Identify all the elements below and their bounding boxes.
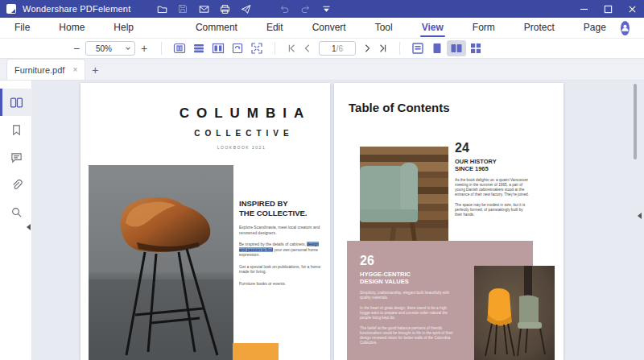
two-page-view-icon[interactable]: [447, 40, 466, 56]
toc-section-heading: HYGGE-CENTRIC DESIGN VALUES: [360, 271, 455, 285]
zoom-in-button[interactable]: +: [135, 40, 153, 56]
zoom-level-value: 50%: [96, 44, 112, 53]
view-toolbar: − 50% + 1/6: [0, 39, 644, 59]
print-icon[interactable]: [214, 2, 235, 16]
app-logo-icon: [6, 4, 16, 14]
right-panel-collapse-arrow[interactable]: [638, 213, 642, 219]
vertical-scrollbar-thumb[interactable]: [634, 84, 637, 159]
email-icon[interactable]: [193, 2, 214, 16]
orange-accent-block: [233, 343, 279, 360]
toc-section-paragraph: Simplicity, craftsmanship, elegant built…: [360, 291, 455, 300]
sidebar-collapse-arrow[interactable]: [27, 224, 31, 230]
intro-heading-line2: THE COLLECTIVE.: [239, 209, 307, 217]
zoom-out-button[interactable]: −: [68, 40, 85, 56]
toc-section-paragraph: The belief at the good balance partners …: [360, 326, 455, 346]
toc-section-number: 24: [455, 141, 529, 155]
search-panel-icon[interactable]: [0, 198, 32, 226]
intro-paragraph: Get a special look on publications, for …: [239, 264, 323, 275]
toc-section-26: 26 HYGGE-CENTRIC DESIGN VALUES Simplicit…: [360, 254, 455, 346]
single-page-view-icon[interactable]: [427, 40, 447, 56]
tab-label: Furniture.pdf: [14, 65, 64, 75]
intro-paragraph-highlighted: Be inspired by the details of cabinets, …: [239, 242, 323, 258]
toc-title: Table of Contents: [349, 101, 450, 114]
brand-subtitle: COLLECTIVE: [153, 129, 330, 138]
last-page-button[interactable]: [375, 40, 391, 56]
thumbnails-panel-icon[interactable]: [0, 89, 32, 116]
toolbar-separator: [399, 42, 400, 55]
open-folder-icon[interactable]: [151, 2, 172, 16]
maximize-button[interactable]: [596, 0, 620, 18]
pdf-page-1[interactable]: COLUMBIA COLLECTIVE LOOKBOOK 2021: [80, 83, 330, 360]
menu-convert[interactable]: Convert: [309, 18, 349, 39]
toc-s1-heading-line1: OUR HISTORY: [455, 158, 497, 165]
menu-protect[interactable]: Protect: [521, 18, 558, 39]
minimize-button[interactable]: [572, 0, 596, 18]
new-tab-button[interactable]: +: [85, 60, 105, 80]
titlebar: Wondershare PDFelement: [0, 0, 644, 18]
undo-icon[interactable]: [274, 2, 295, 16]
toolbar-separator: [275, 42, 275, 55]
navigation-sidebar: [0, 81, 32, 360]
toc-section-paragraph: The space may be modest in size, but it …: [455, 203, 529, 217]
menu-home[interactable]: Home: [56, 18, 88, 39]
toc-section-paragraph: As the book delights us: a quaint Vancou…: [455, 178, 529, 197]
toc-section-paragraph: In the heart of great design, there stan…: [360, 306, 455, 321]
tab-furniture-pdf[interactable]: Furniture.pdf ×: [6, 59, 85, 80]
teal-sofa-photo: [360, 147, 448, 250]
orange-chair-photo: [474, 266, 555, 360]
attachments-panel-icon[interactable]: [0, 171, 32, 198]
document-workspace[interactable]: COLUMBIA COLLECTIVE LOOKBOOK 2021: [32, 81, 644, 360]
window-controls: [572, 0, 644, 18]
chevron-down-icon: [125, 45, 131, 52]
single-continuous-view-icon[interactable]: [408, 40, 427, 56]
save-icon[interactable]: [172, 2, 193, 16]
menu-tool[interactable]: Tool: [372, 18, 396, 39]
pdfelement-window: Wondershare PDFelement: [0, 0, 644, 360]
menu-page[interactable]: Page: [580, 18, 609, 39]
toc-section-number: 26: [360, 254, 455, 268]
intro-heading-line1: INSPIRED BY: [239, 199, 288, 208]
menubar: File Home Help Comment Edit Convert Tool…: [0, 18, 644, 39]
book-layout-icon[interactable]: [170, 40, 189, 56]
first-page-button[interactable]: [283, 40, 299, 56]
menu-comment[interactable]: Comment: [192, 18, 241, 39]
toc-section-24: 24 OUR HISTORY SINCE 1965 As the book de…: [455, 141, 529, 217]
intro-paragraph: Furniture books or events.: [239, 281, 323, 287]
page-number-input[interactable]: 1/6: [319, 41, 356, 56]
tab-close-icon[interactable]: ×: [72, 65, 77, 74]
brand-tagline: LOOKBOOK 2021: [153, 145, 330, 150]
intro-para2-pre: Be inspired by the details of cabinets,: [239, 242, 307, 246]
previous-page-button[interactable]: [299, 40, 316, 56]
intro-column: INSPIRED BY THE COLLECTIVE. Explore Scan…: [239, 199, 323, 286]
menu-help[interactable]: Help: [110, 18, 137, 39]
zoom-level-select[interactable]: 50%: [85, 41, 135, 56]
full-screen-icon[interactable]: [247, 40, 266, 56]
menu-file[interactable]: File: [11, 18, 33, 39]
pdf-page-2[interactable]: Table of Contents: [334, 83, 564, 360]
facing-pages-icon[interactable]: [208, 40, 228, 56]
intro-heading: INSPIRED BY THE COLLECTIVE.: [239, 199, 323, 218]
toc-section-heading: OUR HISTORY SINCE 1965: [455, 158, 529, 172]
rotate-page-icon[interactable]: [228, 40, 247, 56]
toc-s1-heading-line2: SINCE 1965: [455, 165, 489, 172]
toc-s2-heading-line2: DESIGN VALUES: [360, 278, 409, 285]
menu-form[interactable]: Form: [469, 18, 498, 39]
intro-paragraph: Explore Scandinavia, meet local creators…: [239, 225, 323, 235]
menu-view[interactable]: View: [419, 18, 447, 39]
main-area: COLUMBIA COLLECTIVE LOOKBOOK 2021: [0, 81, 644, 360]
menu-edit[interactable]: Edit: [263, 18, 287, 39]
tabbar: Furniture.pdf × +: [0, 59, 644, 81]
grid-view-icon[interactable]: [466, 40, 485, 56]
toc-s2-heading-line1: HYGGE-CENTRIC: [360, 271, 411, 278]
bar-stool-photo: [89, 165, 233, 360]
next-page-button[interactable]: [359, 40, 375, 56]
reading-mode-icon[interactable]: [189, 40, 208, 56]
comments-panel-icon[interactable]: [0, 143, 32, 171]
close-button[interactable]: [620, 0, 644, 18]
bookmarks-panel-icon[interactable]: [0, 116, 32, 143]
share-icon[interactable]: [235, 2, 256, 16]
account-avatar[interactable]: [621, 21, 630, 35]
redo-icon[interactable]: [295, 2, 316, 16]
app-title: Wondershare PDFelement: [23, 4, 130, 14]
collapse-toolbar-icon[interactable]: [316, 2, 336, 16]
